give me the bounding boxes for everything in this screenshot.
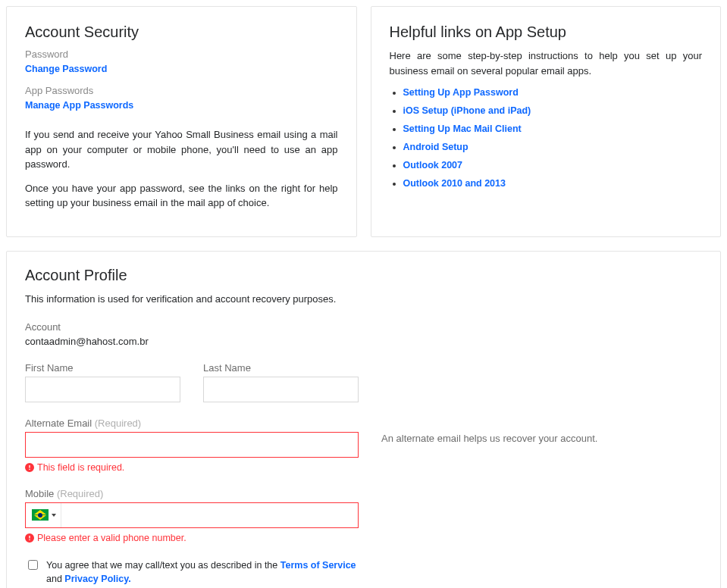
list-item: Setting Up Mac Mail Client	[403, 124, 703, 134]
help-links-list: Setting Up App Password iOS Setup (iPhon…	[390, 87, 703, 189]
list-item: Android Setup	[403, 142, 703, 152]
chevron-down-icon	[52, 514, 56, 517]
alt-email-input[interactable]	[25, 432, 359, 458]
alt-email-label: Alternate Email (Required)	[25, 418, 359, 429]
alt-email-error: This field is required.	[25, 462, 359, 473]
last-name-input[interactable]	[203, 377, 359, 402]
app-passwords-label: App Passwords	[25, 85, 338, 96]
mobile-input-group	[25, 502, 359, 528]
helpful-links-card: Helpful links on App Setup Here are some…	[371, 6, 722, 237]
terms-of-service-link[interactable]: Terms of Service	[280, 560, 356, 571]
account-label: Account	[25, 321, 702, 333]
list-item: Setting Up App Password	[403, 87, 703, 98]
first-name-input[interactable]	[25, 377, 180, 402]
last-name-label: Last Name	[203, 362, 359, 374]
security-para-1: If you send and receive your Yahoo Small…	[25, 127, 338, 172]
help-link-5[interactable]: Outlook 2010 and 2013	[403, 178, 506, 189]
error-icon	[25, 533, 34, 543]
help-link-0[interactable]: Setting Up App Password	[403, 87, 519, 98]
first-name-label: First Name	[25, 362, 180, 374]
help-link-3[interactable]: Android Setup	[403, 142, 468, 152]
password-label: Password	[25, 48, 338, 60]
mobile-input[interactable]	[61, 503, 358, 527]
mobile-label: Mobile (Required)	[25, 488, 359, 499]
manage-app-passwords-link[interactable]: Manage App Passwords	[25, 100, 133, 111]
account-value: contaadmin@hahost.com.br	[25, 336, 702, 347]
flag-brazil-icon	[32, 509, 49, 521]
consent-text: You agree that we may call/text you as d…	[46, 558, 359, 587]
change-password-link[interactable]: Change Password	[25, 64, 107, 74]
help-link-4[interactable]: Outlook 2007	[403, 160, 463, 170]
list-item: iOS Setup (iPhone and iPad)	[403, 105, 703, 116]
help-title: Helpful links on App Setup	[390, 23, 703, 41]
security-title: Account Security	[25, 23, 338, 41]
account-security-card: Account Security Password Change Passwor…	[6, 6, 357, 237]
help-link-1[interactable]: iOS Setup (iPhone and iPad)	[403, 105, 531, 116]
help-link-2[interactable]: Setting Up Mac Mail Client	[403, 124, 522, 134]
error-icon	[25, 463, 34, 472]
consent-checkbox[interactable]	[28, 560, 38, 570]
alt-email-hint: An alternate email helps us recover your…	[381, 418, 597, 444]
mobile-error: Please enter a valid phone number.	[25, 533, 359, 543]
list-item: Outlook 2007	[403, 160, 703, 170]
consent-row: You agree that we may call/text you as d…	[25, 558, 359, 587]
list-item: Outlook 2010 and 2013	[403, 178, 703, 189]
privacy-policy-link[interactable]: Privacy Policy.	[64, 574, 130, 584]
help-intro: Here are some step-by-step instructions …	[390, 48, 703, 78]
profile-title: Account Profile	[25, 267, 702, 284]
security-para-2: Once you have your app password, see the…	[25, 181, 338, 211]
country-selector[interactable]	[26, 503, 61, 527]
account-profile-card: Account Profile This information is used…	[6, 251, 721, 589]
profile-description: This information is used for verificatio…	[25, 293, 702, 305]
